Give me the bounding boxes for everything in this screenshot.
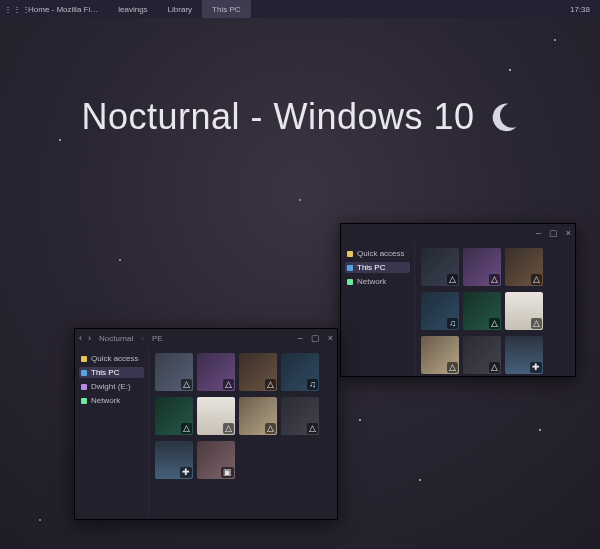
file-thumb[interactable]: △ [239, 353, 277, 391]
minimize-button[interactable]: – [298, 333, 303, 343]
thumb-image [505, 336, 543, 374]
taskbar-item-2[interactable]: Library [158, 0, 202, 18]
breadcrumb-segment[interactable]: Nocturnal [99, 334, 133, 343]
breadcrumb-segment[interactable]: PE [152, 334, 163, 343]
sidebar-item-label: This PC [91, 368, 119, 377]
file-thumb[interactable]: △ [155, 353, 193, 391]
thumb-image [155, 353, 193, 391]
window-body: Quick access This PC Network △ △ △ ♫ △ △… [341, 242, 575, 376]
taskbar-item-label: This PC [212, 5, 240, 14]
file-thumb[interactable]: △ [463, 292, 501, 330]
moon-icon [485, 100, 519, 134]
file-explorer-window-1[interactable]: ‹ › Nocturnal › PE – ▢ × Quick access Th… [74, 328, 338, 520]
nav-forward-button[interactable]: › [88, 333, 91, 343]
thumb-image [155, 441, 193, 479]
sidebar-item-label: Network [91, 396, 120, 405]
star-icon [81, 356, 87, 362]
sidebar-item-network[interactable]: Network [79, 395, 144, 406]
file-thumb[interactable]: △ [421, 336, 459, 374]
sidebar-item-label: This PC [357, 263, 385, 272]
sidebar-item-label: Quick access [357, 249, 405, 258]
thumbnail-grid: △ △ △ ♫ △ △ △ △ ✚ [415, 242, 575, 376]
file-thumb[interactable]: △ [463, 248, 501, 286]
window-body: Quick access This PC Dwight (E:) Network… [75, 347, 337, 519]
file-thumb[interactable]: ✚ [155, 441, 193, 479]
sidebar-item-quick-access[interactable]: Quick access [345, 248, 410, 259]
breadcrumb-sep: › [141, 334, 144, 343]
sidebar-item-network[interactable]: Network [345, 276, 410, 287]
file-thumb[interactable]: △ [239, 397, 277, 435]
nav-buttons: ‹ › [79, 333, 91, 343]
sidebar-item-label: Network [357, 277, 386, 286]
taskbar-item-1[interactable]: leavings [108, 0, 157, 18]
file-explorer-window-2[interactable]: – ▢ × Quick access This PC Network △ △ △… [340, 223, 576, 377]
taskbar-item-3[interactable]: This PC [202, 0, 250, 18]
file-thumb[interactable]: △ [281, 397, 319, 435]
titlebar[interactable]: ‹ › Nocturnal › PE – ▢ × [75, 329, 337, 347]
file-thumb[interactable]: ♫ [281, 353, 319, 391]
file-thumb[interactable]: △ [463, 336, 501, 374]
taskbar-item-label: Home - Mozilla Fi… [28, 5, 98, 14]
taskbar-clock[interactable]: 17:38 [564, 5, 596, 14]
star-icon [347, 251, 353, 257]
sidebar-item-label: Quick access [91, 354, 139, 363]
pc-icon [347, 265, 353, 271]
sidebar-item-drive[interactable]: Dwight (E:) [79, 381, 144, 392]
file-thumb[interactable]: ▣ [197, 441, 235, 479]
thumb-image [463, 336, 501, 374]
file-thumb[interactable]: △ [197, 397, 235, 435]
thumb-image [505, 292, 543, 330]
thumb-image [505, 248, 543, 286]
breadcrumb[interactable]: Nocturnal › PE [99, 334, 163, 343]
file-thumb[interactable]: △ [505, 248, 543, 286]
window-controls: – ▢ × [536, 228, 571, 238]
file-thumb[interactable]: △ [155, 397, 193, 435]
thumb-image [463, 248, 501, 286]
maximize-button[interactable]: ▢ [549, 228, 558, 238]
clock-text: 17:38 [570, 5, 590, 14]
sidebar-item-this-pc[interactable]: This PC [345, 262, 410, 273]
sidebar: Quick access This PC Network [341, 242, 415, 376]
taskbar-item-label: leavings [118, 5, 147, 14]
taskbar-item-label: Library [168, 5, 192, 14]
close-button[interactable]: × [566, 228, 571, 238]
hero-title-row: Nocturnal - Windows 10 [0, 96, 600, 138]
thumb-image [197, 397, 235, 435]
thumb-image [463, 292, 501, 330]
nav-back-button[interactable]: ‹ [79, 333, 82, 343]
file-thumb[interactable]: △ [421, 248, 459, 286]
thumb-image [197, 353, 235, 391]
minimize-button[interactable]: – [536, 228, 541, 238]
thumb-image [197, 441, 235, 479]
taskbar: ⋮⋮⋮ Home - Mozilla Fi… leavings Library … [0, 0, 600, 18]
file-thumb[interactable]: ♫ [421, 292, 459, 330]
window-controls: – ▢ × [298, 333, 333, 343]
file-thumb[interactable]: △ [197, 353, 235, 391]
network-icon [347, 279, 353, 285]
close-button[interactable]: × [328, 333, 333, 343]
sidebar-item-quick-access[interactable]: Quick access [79, 353, 144, 364]
sidebar: Quick access This PC Dwight (E:) Network [75, 347, 149, 519]
network-icon [81, 398, 87, 404]
thumb-image [239, 397, 277, 435]
taskbar-item-0[interactable]: Home - Mozilla Fi… [18, 0, 108, 18]
pc-icon [81, 370, 87, 376]
thumbnail-grid: △ △ △ ♫ △ △ △ △ ✚ ▣ [149, 347, 337, 519]
thumb-image [421, 336, 459, 374]
maximize-button[interactable]: ▢ [311, 333, 320, 343]
titlebar[interactable]: – ▢ × [341, 224, 575, 242]
thumb-image [239, 353, 277, 391]
thumb-image [421, 248, 459, 286]
drive-icon [81, 384, 87, 390]
file-thumb[interactable]: △ [505, 292, 543, 330]
thumb-image [281, 397, 319, 435]
hero-title: Nocturnal - Windows 10 [81, 96, 474, 138]
thumb-image [281, 353, 319, 391]
thumb-image [421, 292, 459, 330]
sidebar-item-this-pc[interactable]: This PC [79, 367, 144, 378]
thumb-image [155, 397, 193, 435]
file-thumb[interactable]: ✚ [505, 336, 543, 374]
app-launcher-icon[interactable]: ⋮⋮⋮ [4, 5, 18, 14]
sidebar-item-label: Dwight (E:) [91, 382, 131, 391]
